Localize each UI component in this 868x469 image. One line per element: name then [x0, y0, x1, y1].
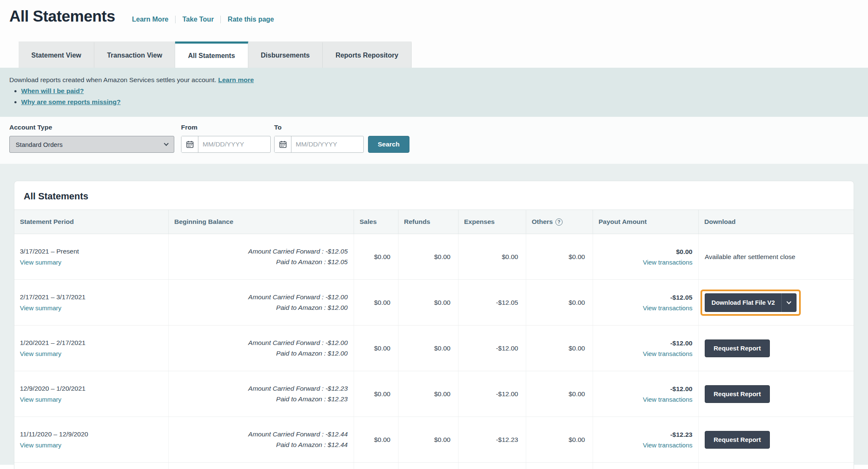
request-report-button[interactable]: Request Report — [705, 339, 770, 357]
tab-bar: Statement View Transaction View All Stat… — [9, 41, 868, 68]
payout-amount-cell — [593, 463, 698, 469]
col-download: Download — [698, 210, 854, 234]
download-cell: Request Report — [698, 371, 854, 417]
download-cell: Download Flat File V2 — [698, 280, 854, 325]
list-item: When will I be paid? — [21, 87, 855, 95]
view-transactions-link[interactable]: View transactions — [643, 259, 692, 266]
tab-statement-view[interactable]: Statement View — [19, 41, 94, 68]
tab-all-statements[interactable]: All Statements — [175, 41, 248, 68]
take-tour-link[interactable]: Take Tour — [175, 16, 220, 23]
view-transactions-link[interactable]: View transactions — [643, 441, 692, 449]
view-transactions-link[interactable]: View transactions — [643, 396, 692, 403]
to-date-group: To — [274, 124, 364, 153]
sales-value: $0.00 — [374, 253, 390, 261]
expenses-cell: -$12.05 — [458, 280, 526, 325]
when-paid-link[interactable]: When will I be paid? — [21, 87, 84, 94]
sales-value: $0.00 — [374, 390, 390, 398]
others-value: $0.00 — [569, 390, 585, 398]
request-report-button[interactable]: Request Report — [705, 431, 770, 449]
refunds-cell: $0.00 — [398, 280, 458, 325]
tab-transaction-view[interactable]: Transaction View — [94, 41, 175, 68]
others-help-icon[interactable]: ? — [555, 218, 563, 226]
expenses-value: $0.00 — [502, 253, 518, 261]
view-summary-link[interactable]: View summary — [20, 441, 168, 449]
banner-learn-more-link[interactable]: Learn more — [218, 76, 254, 83]
account-type-label: Account Type — [9, 124, 174, 131]
view-summary-link[interactable]: View summary — [20, 396, 168, 403]
refunds-cell: $0.00 — [398, 417, 458, 462]
sales-value: $0.00 — [374, 436, 390, 444]
paid-to-amazon: Paid to Amazon : $12.05 — [276, 258, 348, 266]
expenses-value: -$12.00 — [496, 390, 518, 398]
view-summary-link[interactable]: View summary — [20, 304, 168, 312]
from-label: From — [181, 124, 271, 131]
header-links: Learn More Take Tour Rate this page — [125, 16, 281, 23]
page-header: All Statements Learn More Take Tour Rate… — [0, 0, 868, 68]
statements-table-body: 3/17/2021 – Present View summary Amount … — [14, 234, 854, 469]
amount-carried-forward: Amount Carried Forward : -$12.05 — [248, 248, 348, 255]
beginning-balance-cell: Amount Carried Forward : -$12.23 Paid to… — [168, 371, 354, 417]
expenses-cell: -$12.00 — [458, 371, 526, 417]
refunds-cell: $0.00 — [398, 371, 458, 417]
payout-amount: -$12.00 — [670, 385, 692, 393]
reports-missing-link[interactable]: Why are some reports missing? — [21, 98, 121, 105]
table-row: 2/17/2021 – 3/17/2021 View summary Amoun… — [14, 280, 854, 326]
table-row: 1/20/2021 – 2/17/2021 View summary Amoun… — [14, 326, 854, 371]
main-content: All Statements Statement Period Beginnin… — [0, 164, 868, 465]
page-title: All Statements — [9, 8, 115, 25]
view-summary-link[interactable]: View summary — [20, 350, 168, 357]
filter-bar: Account Type Standard Orders From — [0, 117, 868, 164]
from-date-group: From — [181, 124, 271, 153]
download-cell: Request Report — [698, 326, 854, 371]
chevron-down-icon — [786, 299, 791, 304]
calendar-icon — [186, 140, 194, 149]
learn-more-link[interactable]: Learn More — [125, 16, 175, 23]
view-summary-link[interactable]: View summary — [20, 259, 168, 266]
rate-this-page-link[interactable]: Rate this page — [220, 16, 280, 23]
statement-period-cell — [14, 463, 168, 469]
search-button[interactable]: Search — [368, 136, 409, 153]
banner-bullet-list: When will I be paid? Why are some report… — [21, 87, 855, 106]
refunds-value: $0.00 — [434, 253, 450, 261]
sales-cell: $0.00 — [354, 280, 398, 325]
download-flat-file-button[interactable]: Download Flat File V2 — [705, 293, 781, 312]
statement-period-cell: 1/20/2021 – 2/17/2021 View summary — [14, 326, 168, 371]
payout-amount: -$12.00 — [670, 339, 692, 347]
download-cell: Request Report — [698, 417, 854, 462]
account-type-select[interactable]: Standard Orders — [9, 136, 174, 153]
calendar-icon[interactable] — [181, 136, 198, 152]
view-transactions-link[interactable]: View transactions — [643, 304, 692, 312]
statement-period: 2/17/2021 – 3/17/2021 — [20, 293, 168, 301]
sales-cell: $0.00 — [354, 371, 398, 417]
refunds-value: $0.00 — [434, 390, 450, 398]
beginning-balance-cell: Amount Carried Forward : -$12.05 Paid to… — [168, 234, 354, 279]
table-row: 11/11/2020 – 12/9/2020 View summary Amou… — [14, 417, 854, 463]
info-banner: Download reports created when Amazon Ser… — [0, 68, 868, 117]
beginning-balance-cell: Amount Carried Forward : -$12.44 Paid to… — [168, 417, 354, 462]
from-date-input[interactable] — [198, 136, 270, 152]
statement-period: 12/9/2020 – 1/20/2021 — [20, 385, 168, 392]
tab-reports-repository[interactable]: Reports Repository — [323, 41, 411, 68]
expenses-value: -$12.05 — [496, 299, 518, 306]
payout-amount: $0.00 — [676, 248, 692, 256]
all-statements-card: All Statements Statement Period Beginnin… — [14, 181, 854, 469]
tab-disbursements[interactable]: Disbursements — [248, 41, 323, 68]
download-cell: Available after settlement close — [698, 234, 854, 279]
refunds-cell: $0.00 — [398, 234, 458, 279]
expenses-cell: $0.00 — [458, 234, 526, 279]
beginning-balance-cell — [168, 463, 354, 469]
to-date-input[interactable] — [291, 136, 363, 152]
download-options-dropdown-button[interactable] — [781, 293, 797, 312]
from-date-box — [181, 136, 271, 153]
download-availability-text: Available after settlement close — [705, 253, 795, 261]
paid-to-amazon: Paid to Amazon : $12.44 — [276, 441, 348, 449]
others-cell: $0.00 — [526, 371, 593, 417]
title-row: All Statements Learn More Take Tour Rate… — [9, 8, 868, 25]
view-transactions-link[interactable]: View transactions — [643, 350, 692, 357]
request-report-button[interactable]: Request Report — [705, 385, 770, 403]
section-title: All Statements — [14, 181, 854, 210]
statement-period: 11/11/2020 – 12/9/2020 — [20, 430, 168, 438]
calendar-icon[interactable] — [275, 136, 291, 152]
sales-cell: $0.00 — [354, 417, 398, 462]
refunds-value: $0.00 — [434, 299, 450, 306]
